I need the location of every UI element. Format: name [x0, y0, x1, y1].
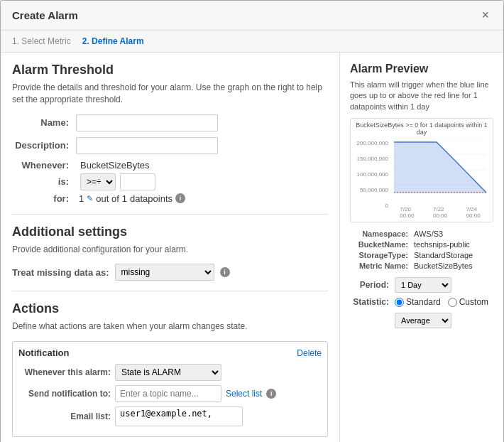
- notification-box: Notification Delete Whenever this alarm:…: [12, 341, 328, 437]
- standard-radio[interactable]: [395, 298, 404, 307]
- x-axis-label-1: 7/2200:00: [433, 206, 447, 219]
- metric-key-metricname: Metric Name:: [350, 262, 414, 270]
- custom-radio[interactable]: [448, 298, 457, 307]
- for-num: 1: [79, 193, 84, 204]
- additional-settings-section: Additional settings Provide additional c…: [12, 225, 328, 281]
- desc-group: Description:: [12, 137, 328, 154]
- modal-title: Create Alarm: [12, 9, 78, 21]
- whenever-alarm-label: Whenever this alarm:: [18, 367, 111, 377]
- threshold-title: Alarm Threshold: [12, 63, 328, 77]
- statistic-select-row: Average: [350, 311, 493, 328]
- metric-key-bucketname: BucketName:: [350, 240, 414, 249]
- for-info-icon[interactable]: i: [175, 193, 185, 203]
- modal-header: Create Alarm ×: [1, 1, 503, 31]
- close-button[interactable]: ×: [478, 8, 492, 23]
- actions-section: Actions Define what actions are taken wh…: [12, 301, 328, 437]
- metric-val-storagetype: StandardStorage: [414, 251, 473, 259]
- create-alarm-modal: Create Alarm × 1. Select Metric 2. Defin…: [0, 0, 504, 442]
- metric-val-namespace: AWS/S3: [414, 230, 443, 238]
- description-input[interactable]: [76, 137, 218, 154]
- delete-link[interactable]: Delete: [297, 348, 322, 358]
- statistic-select[interactable]: Average: [395, 313, 451, 328]
- y-axis-label-1: 50,000,000: [354, 187, 388, 193]
- tab-select-metric[interactable]: 1. Select Metric: [12, 36, 71, 46]
- period-label: Period:: [350, 280, 389, 290]
- treat-missing-select[interactable]: missing: [115, 264, 214, 281]
- is-operator-select[interactable]: >=÷: [80, 173, 116, 190]
- metric-key-namespace: Namespace:: [350, 230, 414, 238]
- right-panel: Alarm Preview This alarm will trigger wh…: [340, 53, 503, 442]
- standard-label: Standard: [406, 297, 441, 307]
- additional-title: Additional settings: [12, 225, 328, 239]
- period-row: Period: 1 Day: [350, 277, 493, 293]
- custom-label: Custom: [459, 297, 488, 307]
- name-label: Name:: [12, 117, 76, 128]
- send-notification-label: Send notification to:: [18, 389, 111, 399]
- whenever-label: Whenever:: [12, 160, 76, 171]
- treat-missing-info-icon[interactable]: i: [220, 267, 230, 277]
- y-axis-label-3: 150,000,000: [354, 156, 388, 162]
- treat-missing-label: Treat missing data as:: [12, 267, 109, 278]
- tab-define-alarm[interactable]: 2. Define Alarm: [82, 36, 144, 46]
- actions-title: Actions: [12, 301, 328, 316]
- whenever-value: BucketSizeBytes: [80, 160, 150, 171]
- name-input[interactable]: [76, 114, 218, 131]
- divider-2: [12, 291, 328, 291]
- for-edit-icon[interactable]: ✎: [87, 194, 93, 203]
- custom-radio-label: Custom: [448, 297, 488, 307]
- is-label: is:: [12, 176, 76, 187]
- preview-title: Alarm Preview: [350, 63, 493, 75]
- x-axis-label-2: 7/2400:00: [466, 206, 481, 219]
- for-total: 1: [122, 193, 127, 204]
- metric-row-namespace: Namespace: AWS/S3: [350, 230, 493, 238]
- select-list-link[interactable]: Select list: [226, 389, 262, 399]
- chart-svg-container: 7/2000:00 7/2200:00 7/2400:00: [390, 139, 490, 219]
- y-axis-label-2: 100,000,000: [354, 171, 388, 178]
- metric-row-storagetype: StorageType: StandardStorage: [350, 251, 493, 259]
- chart-svg: [390, 139, 490, 203]
- y-axis-label-0: 0: [354, 203, 388, 209]
- desc-label: Description:: [12, 140, 76, 151]
- metric-key-storagetype: StorageType:: [350, 251, 414, 259]
- threshold-section: Alarm Threshold Provide the details and …: [12, 63, 328, 204]
- actions-desc: Define what actions are taken when your …: [12, 320, 328, 333]
- modal-body: Alarm Threshold Provide the details and …: [1, 53, 503, 442]
- additional-desc: Provide additional configuration for you…: [12, 244, 328, 256]
- for-out-of: out of: [96, 193, 119, 204]
- for-label: for:: [12, 193, 76, 204]
- metric-row-bucketname: BucketName: techsnips-public: [350, 240, 493, 249]
- metric-val-metricname: BucketSizeBytes: [414, 262, 473, 270]
- standard-radio-label: Standard: [395, 297, 441, 307]
- topic-input[interactable]: [115, 385, 221, 402]
- statistic-row: Statistic: Standard Custom: [350, 297, 493, 307]
- email-list-label: Email list:: [18, 411, 111, 421]
- x-axis-label-0: 7/2000:00: [400, 206, 414, 219]
- metric-val-bucketname: techsnips-public: [414, 240, 470, 249]
- left-panel: Alarm Threshold Provide the details and …: [1, 53, 340, 442]
- notification-header: Notification Delete: [18, 347, 322, 358]
- topic-info-icon[interactable]: i: [266, 389, 276, 399]
- notification-title: Notification: [18, 347, 70, 358]
- for-row: for: 1 ✎ out of 1 datapoints i: [12, 193, 328, 204]
- divider-1: [12, 214, 328, 215]
- is-value-input[interactable]: 0: [120, 173, 155, 190]
- send-notification-row: Send notification to: Select list i: [18, 385, 322, 402]
- y-axis-label-4: 200,000,000: [354, 140, 388, 146]
- modal-tabs: 1. Select Metric 2. Define Alarm: [1, 31, 503, 53]
- chart-container: BucketSizeBytes >= 0 for 1 datapoints wi…: [350, 118, 493, 222]
- email-textarea[interactable]: [115, 406, 243, 426]
- statistic-radio-group: Standard Custom: [395, 297, 488, 307]
- statistic-label: Statistic:: [350, 297, 389, 307]
- whenever-block: Whenever: BucketSizeBytes is: >=÷ 0 for:…: [12, 160, 328, 204]
- chart-area: [394, 142, 486, 193]
- treat-missing-row: Treat missing data as: missing i: [12, 264, 328, 281]
- name-group: Name:: [12, 114, 328, 131]
- metric-table: Namespace: AWS/S3 BucketName: techsnips-…: [350, 230, 493, 270]
- threshold-desc: Provide the details and threshold for yo…: [12, 82, 328, 106]
- x-axis: 7/2000:00 7/2200:00 7/2400:00: [390, 206, 490, 219]
- preview-desc: This alarm will trigger when the blue li…: [350, 80, 493, 112]
- y-axis: 200,000,000 150,000,000 100,000,000 50,0…: [354, 139, 390, 219]
- whenever-alarm-select[interactable]: State is ALARM: [115, 364, 221, 381]
- whenever-alarm-row: Whenever this alarm: State is ALARM: [18, 364, 322, 381]
- period-select[interactable]: 1 Day: [395, 277, 451, 293]
